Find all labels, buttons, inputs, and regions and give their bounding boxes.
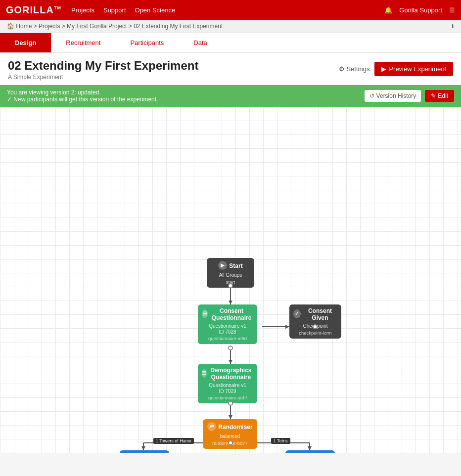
tabs-bar: Design Recruitment Participants Data xyxy=(0,33,461,53)
towers-label: 1 Towers of Hanoi xyxy=(153,438,194,444)
tetris-label: 1 Tetris xyxy=(271,438,290,444)
svg-marker-7 xyxy=(229,301,232,304)
node-consent-given[interactable]: ✓ Consent Given Checkpoint checkpoint-lc… xyxy=(289,304,341,339)
svg-marker-10 xyxy=(141,446,145,450)
preview-button[interactable]: ▶ Preview Experiment xyxy=(374,62,453,76)
edit-label: Edit xyxy=(438,92,448,99)
history-icon: ↺ xyxy=(369,92,374,99)
node-demographics[interactable]: ☰ Demographics Questionnaire Questionnai… xyxy=(198,364,257,403)
version-text: You are viewing version 2: updated ✓ New… xyxy=(7,89,158,103)
breadcrumb-current: 02 Extending My First Experiment xyxy=(134,23,223,30)
page-title: 02 Extending My First Experiment xyxy=(8,59,198,73)
breadcrumb: 🏠 Home > Projects > My First Gorilla Pro… xyxy=(0,20,461,33)
navbar: GORILLATM Projects Support Open Science … xyxy=(0,0,461,20)
tab-recruitment[interactable]: Recruitment xyxy=(51,33,115,52)
breadcrumb-info-icon[interactable]: ℹ xyxy=(452,23,454,30)
checkpoint-icon: ✓ xyxy=(293,309,301,318)
version-banner: You are viewing version 2: updated ✓ New… xyxy=(0,85,461,107)
version-history-button[interactable]: ↺ Version History xyxy=(365,90,421,102)
navbar-links: Projects Support Open Science xyxy=(71,6,384,14)
nav-projects[interactable]: Projects xyxy=(71,6,94,14)
logo-text: GORILLA xyxy=(6,4,54,15)
user-name: Gorilla Support xyxy=(399,6,442,14)
dot-consent-given-out xyxy=(313,324,318,329)
menu-icon[interactable]: ☰ xyxy=(449,6,455,14)
page-header: 02 Extending My First Experiment A Simpl… xyxy=(0,53,461,85)
page-title-section: 02 Extending My First Experiment A Simpl… xyxy=(8,59,198,81)
page-actions: ⚙ Settings ▶ Preview Experiment xyxy=(339,62,453,76)
node-towers[interactable]: ◉ Towers of Hanoi Task v1 ID 3294 task-q… xyxy=(120,450,169,453)
nav-open-science[interactable]: Open Science xyxy=(135,6,176,14)
svg-marker-11 xyxy=(308,446,312,450)
svg-marker-21 xyxy=(285,325,289,329)
tab-participants[interactable]: Participants xyxy=(115,33,179,52)
consent-icon: ☰ xyxy=(202,309,208,318)
page-subtitle: A Simple Experiment xyxy=(8,74,198,81)
logo-tm: TM xyxy=(54,5,61,10)
version-line2: ✓ New participants will get this version… xyxy=(7,96,158,103)
version-line1: You are viewing version 2: updated xyxy=(7,89,158,96)
dot-start-out xyxy=(228,283,233,288)
edit-icon: ✎ xyxy=(431,92,436,99)
dot-consent-out xyxy=(228,346,233,350)
logo: GORILLATM xyxy=(6,4,61,16)
breadcrumb-project[interactable]: My First Gorilla Project xyxy=(67,23,127,30)
breadcrumb-home[interactable]: 🏠 Home xyxy=(7,23,32,30)
version-actions: ↺ Version History ✎ Edit xyxy=(365,90,454,102)
start-icon: ▶ xyxy=(218,261,227,270)
node-tetris[interactable]: ◉ Tetris Task v5 ID 3807 task-gnxa xyxy=(285,450,335,453)
preview-icon: ▶ xyxy=(381,65,386,73)
breadcrumb-projects[interactable]: Projects xyxy=(39,23,60,30)
settings-button[interactable]: ⚙ Settings xyxy=(339,65,370,73)
history-label: Version History xyxy=(376,92,416,99)
edit-button[interactable]: ✎ Edit xyxy=(425,90,454,102)
demographics-icon: ☰ xyxy=(202,369,207,378)
tab-data[interactable]: Data xyxy=(179,33,222,52)
randomiser-icon: ⇄ xyxy=(207,422,216,431)
bell-icon[interactable]: 🔔 xyxy=(384,6,392,14)
preview-label: Preview Experiment xyxy=(389,65,446,73)
tab-design[interactable]: Design xyxy=(0,33,51,52)
canvas-area: ▶ Start All Groups start ☰ Consent Quest… xyxy=(0,107,461,453)
svg-marker-9 xyxy=(229,415,232,419)
dot-rand-out xyxy=(228,440,233,445)
navbar-right: 🔔 Gorilla Support ☰ xyxy=(384,6,455,14)
node-consent[interactable]: ☰ Consent Questionnaire Questionnaire v1… xyxy=(198,304,257,344)
dot-demo-out xyxy=(228,401,233,406)
svg-marker-8 xyxy=(229,360,232,364)
nav-support[interactable]: Support xyxy=(103,6,126,14)
